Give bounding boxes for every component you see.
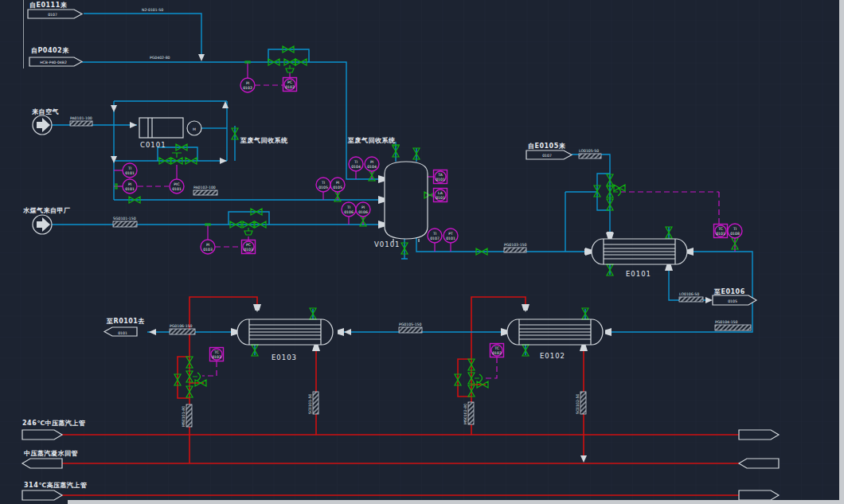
svg-text:0102: 0102: [243, 86, 252, 90]
svg-text:PI: PI: [370, 160, 373, 164]
svg-text:TC: TC: [494, 346, 499, 350]
svg-text:0101: 0101: [436, 196, 445, 200]
svg-text:0106: 0106: [344, 210, 354, 214]
instrument-pi-0106: PI0106: [356, 202, 370, 217]
svg-text:SC0102-50: SC0102-50: [576, 394, 580, 414]
svg-text:PI: PI: [361, 205, 365, 209]
svg-text:MS0101-80: MS0101-80: [182, 406, 186, 427]
instrument-pc-0103: PC0103: [242, 240, 256, 254]
label-offgas-right: 至废气回收系统: [347, 136, 396, 144]
svg-text:SC0101-50: SC0101-50: [308, 394, 312, 414]
svg-text:0103: 0103: [203, 248, 213, 252]
svg-text:HCB-P40-04B2: HCB-P40-04B2: [40, 61, 67, 64]
svg-text:SG0101-150: SG0101-150: [113, 217, 136, 221]
instrument-tc-e0101: TC0101: [714, 225, 728, 238]
svg-text:0104: 0104: [367, 165, 377, 169]
instrument-ti-0106: TI0106: [342, 202, 356, 217]
instrument-tc-e0103: TC0103: [210, 348, 224, 361]
svg-text:0101: 0101: [436, 178, 445, 182]
svg-text:TI: TI: [354, 160, 358, 164]
svg-text:0106: 0106: [358, 210, 368, 214]
vertical-scrollbar[interactable]: [839, 0, 844, 504]
label-from-p0402: 自P0402来: [31, 47, 69, 54]
label-from-e0111: 自E0111来: [29, 2, 68, 9]
instrument-pic-c0101: PIC0101: [170, 179, 184, 193]
instrument-pi-0105: PI0105: [330, 178, 345, 192]
instrument-ti-0107: TI0107: [428, 229, 442, 243]
svg-text:0101: 0101: [125, 187, 135, 191]
svg-text:0101: 0101: [125, 171, 135, 175]
svg-text:0102: 0102: [285, 85, 295, 89]
svg-text:TA: TA: [437, 173, 443, 177]
instrument-pt-0101: PT0101: [443, 229, 458, 243]
instrument-pi-c0101: PI0101: [123, 179, 137, 193]
svg-text:PC: PC: [287, 80, 292, 84]
instrument-pi-0102: PI0102: [240, 78, 255, 92]
svg-text:0103: 0103: [212, 355, 221, 359]
svg-text:N2-0101-50: N2-0101-50: [142, 8, 163, 12]
svg-text:TI: TI: [432, 232, 436, 236]
svg-text:PG0104-150: PG0104-150: [715, 320, 738, 324]
svg-text:PI: PI: [128, 182, 131, 186]
label-offgas-left: 至废气回收系统: [240, 136, 288, 144]
svg-text:PI: PI: [246, 81, 249, 85]
offpage-connector-r0101: 0101: [104, 327, 137, 336]
svg-text:TI: TI: [346, 205, 350, 209]
offpage-connector-p0402: HCB-P40-04B2: [29, 57, 82, 66]
svg-text:PG0103-150: PG0103-150: [504, 243, 527, 247]
svg-text:0107: 0107: [48, 13, 57, 17]
equipment-tag-e0101: E0101: [626, 270, 651, 278]
instrument-tc-e0102: TC0102: [490, 344, 504, 357]
svg-text:MS0102-80: MS0102-80: [463, 404, 467, 424]
svg-text:0101: 0101: [172, 187, 182, 191]
label-header-hp-supply: 314℃高压蒸汽上管: [24, 481, 87, 489]
label-header-mp-condensate: 中压蒸汽凝水回管: [24, 450, 78, 457]
instrument-ti-0108: TI0108: [728, 224, 742, 238]
instrument-ti-0104: TI0104: [349, 157, 363, 171]
equipment-tag-e0102: E0102: [540, 352, 565, 360]
cad-canvas[interactable]: M C0101 V0101 E0101 E0102 E0103 0107 HCB…: [0, 0, 844, 504]
svg-text:0104: 0104: [351, 165, 361, 169]
svg-text:PC: PC: [246, 243, 251, 247]
svg-text:0101: 0101: [118, 331, 127, 335]
svg-text:0105: 0105: [728, 299, 737, 303]
svg-text:0103: 0103: [244, 248, 253, 252]
instrument-pi-0103: PI0103: [201, 240, 215, 254]
svg-text:0107: 0107: [542, 154, 552, 158]
offpage-connector-e0106: 0105: [713, 295, 756, 305]
svg-text:0108: 0108: [730, 232, 740, 236]
svg-text:0105: 0105: [318, 186, 328, 189]
label-header-mp-supply: 246℃中压蒸汽上管: [22, 420, 85, 427]
svg-text:PG0105-150: PG0105-150: [399, 322, 422, 326]
label-from-air: 来自空气: [32, 107, 59, 115]
horizontal-scrollbar[interactable]: [68, 500, 839, 504]
svg-text:PA0102-100: PA0102-100: [193, 186, 216, 189]
svg-text:PT: PT: [448, 232, 453, 236]
svg-text:0105: 0105: [333, 186, 342, 189]
svg-text:TI: TI: [733, 227, 737, 231]
equipment-tag-e0103: E0103: [272, 354, 297, 361]
instrument-pc-0102: PC0102: [283, 78, 297, 92]
svg-text:TI: TI: [127, 166, 131, 170]
label-from-watergas: 水煤气来自甲厂: [22, 207, 71, 214]
svg-text:0101: 0101: [446, 236, 455, 240]
svg-text:PA0101-100: PA0101-100: [70, 116, 92, 120]
label-to-r0101: 至R0101去: [106, 318, 145, 325]
svg-text:TC: TC: [213, 350, 219, 354]
instrument-ti-c0101: TI0101: [123, 163, 137, 178]
svg-text:LA: LA: [438, 191, 443, 195]
label-from-e0105: 自E0105来: [528, 143, 566, 150]
offpage-connector-e0105: 0107: [526, 150, 572, 159]
svg-text:0102: 0102: [492, 351, 502, 355]
svg-text:PIC: PIC: [174, 182, 179, 186]
motor-icon: M: [193, 127, 196, 131]
instrument-ti-0105: TI0105: [316, 178, 330, 192]
svg-text:TC: TC: [717, 227, 723, 231]
svg-text:LO0105-50: LO0105-50: [579, 149, 599, 153]
instrument-pi-0104: PI0104: [365, 157, 379, 171]
svg-text:0101: 0101: [716, 232, 725, 236]
equipment-tag-c0101: C0101: [140, 141, 166, 149]
label-to-e0106: 至E0106: [713, 288, 745, 295]
instrument-ta-v0101: TA0101: [434, 170, 447, 184]
instrument-la-v0101: LA0101: [434, 189, 447, 202]
